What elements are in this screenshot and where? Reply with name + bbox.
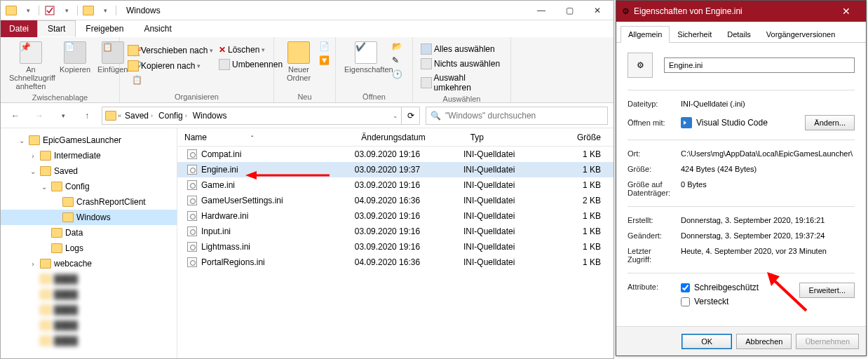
table-row[interactable]: Compat.ini03.09.2020 19:16INI-Quelldatei… [177,147,613,162]
hidden-checkbox[interactable]: Versteckt [681,297,795,306]
chevron-down-icon[interactable]: ⌄ [393,112,398,119]
size-value: 424 Bytes (424 Bytes) [681,165,855,173]
folder-icon [62,212,74,222]
table-row[interactable]: GameUserSettings.ini04.09.2020 16:36INI-… [177,193,613,208]
copy-button[interactable]: 📄Kopieren [57,40,93,92]
history-icon[interactable]: 🕑 [392,69,402,79]
select-all-button[interactable]: Alles auswählen [419,43,505,55]
qa-dropdown-icon[interactable]: ▾ [99,4,111,17]
new-item-icon[interactable]: 📄 [319,41,330,51]
easy-access-icon[interactable]: 🔽 [319,55,330,65]
tree-item-obscured: ████ [1,287,177,302]
label: Erstellt: [628,216,677,224]
delete-button[interactable]: ✕Löschen▾ [217,44,285,55]
crumb[interactable]: Windows [191,111,229,121]
folder-tree[interactable]: ⌄EpicGamesLauncher›Intermediate⌄Saved⌄Co… [1,128,177,358]
tab-file[interactable]: Datei [1,20,37,37]
folder-icon [62,197,74,207]
ini-file-icon [187,165,197,175]
close-button[interactable]: ✕ [585,4,609,18]
tree-item[interactable]: ⌄Config [1,179,177,194]
column-headers[interactable]: Name ˆ Änderungsdatum Typ Größe [177,128,613,147]
advanced-button[interactable]: Erweitert... [799,283,855,298]
tab-view[interactable]: Ansicht [134,20,182,37]
filename-input[interactable] [664,57,855,73]
table-row[interactable]: Lightmass.ini03.09.2020 19:16INI-Quellda… [177,239,613,255]
table-row[interactable]: Game.ini03.09.2020 19:16INI-Quelldatei1 … [177,177,613,193]
tree-item[interactable]: Logs [1,241,177,256]
folder-icon [105,111,116,121]
tree-item[interactable]: Data [1,225,177,241]
table-row[interactable]: Input.ini03.09.2020 19:16INI-Quelldatei1… [177,224,613,239]
tree-item[interactable]: ›webcache [1,256,177,271]
back-button[interactable]: ← [6,107,25,125]
col-type[interactable]: Typ [463,133,559,142]
ini-file-icon [187,242,197,252]
ok-button[interactable]: OK [681,334,732,349]
crumb[interactable]: Config› [156,111,189,121]
checkbox-icon[interactable] [43,4,56,17]
apply-button[interactable]: Übernehmen [796,334,859,349]
tree-item[interactable]: ⌄Saved [1,163,177,179]
readonly-checkbox[interactable]: Schreibgeschützt [681,283,795,292]
label: Dateityp: [628,100,677,108]
rename-button[interactable]: Umbenennen [217,58,285,71]
folder-icon [40,166,51,176]
refresh-button[interactable]: ⟳ [402,107,420,125]
rename-icon [219,59,230,70]
folder-icon [40,259,51,269]
ribbon-tabs: Datei Start Freigeben Ansicht [1,20,613,37]
tree-item[interactable]: CrashReportClient [1,194,177,210]
breadcrumb[interactable]: « Saved› Config› Windows ⌄ [102,107,402,125]
pin-button[interactable]: 📌An Schnellzugriff anheften [6,40,55,92]
label: Letzter Zugriff: [628,247,677,264]
titlebar: ▾ ▾ ▾ Windows — ▢ ✕ [1,1,613,20]
col-name[interactable]: Name ˆ [177,133,354,142]
select-all-icon [421,43,432,55]
dialog-tabs: Allgemein Sicherheit Details Vorgängerve… [616,22,866,43]
cancel-button[interactable]: Abbrechen [736,334,792,349]
close-button[interactable]: ✕ [832,1,860,21]
tab-details[interactable]: Details [719,26,759,43]
table-row[interactable]: PortalRegions.ini04.09.2020 16:36INI-Que… [177,255,613,270]
label: Größe: [628,165,677,173]
tree-item[interactable]: ⌄EpicGamesLauncher [1,133,177,148]
tree-item[interactable]: Windows [1,210,177,225]
maximize-button[interactable]: ▢ [557,4,581,18]
modified-value: Donnerstag, 3. September 2020, 19:37:24 [681,231,855,240]
open-icon[interactable]: 📂 [392,41,402,51]
search-input[interactable]: 🔍 [426,107,608,125]
crumb[interactable]: Saved› [123,111,155,121]
qa-dropdown-icon[interactable]: ▾ [22,4,34,17]
ini-file-icon [187,149,197,159]
open-with-value: Visual Studio Code [696,118,768,128]
table-row[interactable]: Engine.ini03.09.2020 19:37INI-Quelldatei… [177,162,613,177]
ini-file-icon [187,180,197,190]
table-row[interactable]: Hardware.ini03.09.2020 19:16INI-Quelldat… [177,208,613,224]
recent-button[interactable]: ▾ [54,107,72,125]
ini-file-icon [187,211,197,221]
invert-selection-button[interactable]: Auswahl umkehren [419,72,505,93]
change-button[interactable]: Ändern... [805,115,855,130]
new-folder-button[interactable]: Neuer Ordner [280,40,318,83]
qa-dropdown-icon[interactable]: ▾ [60,4,73,17]
search-field[interactable] [445,111,603,121]
select-none-button[interactable]: Nichts auswählen [419,57,505,70]
properties-button[interactable]: ✔️Eigenschaften [341,40,391,79]
tab-security[interactable]: Sicherheit [670,26,719,43]
forward-button[interactable]: → [30,107,48,125]
minimize-button[interactable]: — [529,4,553,18]
tab-start[interactable]: Start [37,20,76,37]
folder-icon [5,4,18,17]
window-title: Windows [126,6,161,15]
label: Attribute: [628,283,677,291]
col-date[interactable]: Änderungsdatum [354,133,463,142]
edit-icon[interactable]: ✎ [392,55,402,65]
col-size[interactable]: Größe [559,133,613,142]
tab-general[interactable]: Allgemein [621,26,670,43]
tab-previous[interactable]: Vorgängerversionen [759,26,843,43]
tree-item[interactable]: ›Intermediate [1,148,177,163]
tab-share[interactable]: Freigeben [76,20,134,37]
up-button[interactable]: ↑ [78,107,96,125]
label: Öffnen mit: [628,118,677,127]
